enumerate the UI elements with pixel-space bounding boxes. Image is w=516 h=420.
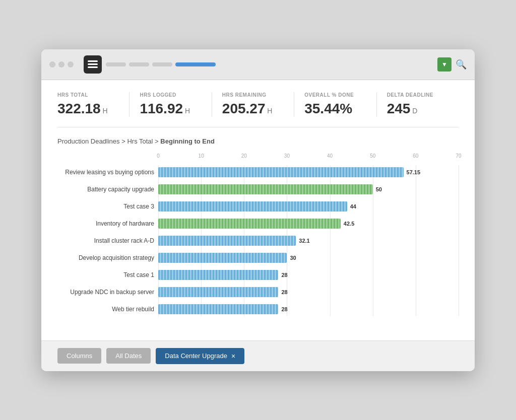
bar-fill-6 — [158, 270, 278, 280]
bar-track-3: 42.5 — [158, 217, 459, 231]
bar-track-2: 44 — [158, 199, 459, 214]
bar-row: Test case 344 — [158, 199, 459, 214]
svg-rect-1 — [88, 63, 98, 65]
bar-row: Test case 128 — [158, 268, 459, 282]
nav-pill-active — [175, 62, 216, 66]
bar-fill-5 — [158, 253, 287, 263]
nav-actions: ▼ 🔍 — [437, 57, 467, 72]
stat-value-1: 116.92 H — [140, 101, 201, 117]
grid-line-70 — [459, 165, 459, 316]
bar-label-1: Battery capacity upgrade — [58, 186, 154, 193]
bar-label-7: Upgrade NDC in backup server — [58, 289, 154, 296]
bar-fill-2 — [158, 201, 347, 212]
bars-container: Review leasing vs buying options57.15Bat… — [158, 165, 459, 316]
stats-row: HRS TOTAL 322.18 H HRS LOGGED 116.92 H H… — [57, 92, 459, 127]
close-light — [49, 61, 55, 67]
stat-unit-0: H — [101, 107, 108, 115]
filter-label: Data Center Upgrade — [165, 352, 227, 360]
x-tick-0: 0 — [157, 153, 160, 159]
nav-pills — [106, 62, 433, 66]
filter-close-icon[interactable]: × — [231, 352, 235, 360]
bar-value-8: 28 — [281, 306, 287, 312]
x-tick-50: 50 — [370, 153, 375, 159]
breadcrumb: Production Deadlines > Hrs Total > Begin… — [57, 137, 459, 145]
bar-track-1: 50 — [158, 182, 459, 196]
bar-track-4: 32.1 — [158, 234, 459, 248]
stat-value-2: 205.27 H — [222, 101, 284, 117]
nav-pill-1 — [106, 62, 126, 66]
titlebar: ▼ 🔍 — [41, 49, 475, 80]
x-tick-40: 40 — [327, 153, 333, 159]
bar-label-3: Inventory of hardware — [58, 220, 154, 227]
chart-container: 010203040506070 Review leasing vs buying… — [57, 153, 459, 316]
bar-label-5: Develop acquisition strategy — [58, 254, 154, 261]
bar-row: Upgrade NDC in backup server28 — [158, 285, 459, 299]
stat-label-0: HRS TOTAL — [57, 92, 119, 98]
bar-track-8: 28 — [158, 302, 459, 316]
bar-label-4: Install cluster rack A-D — [58, 237, 154, 244]
bar-fill-7 — [158, 287, 278, 297]
bar-value-1: 50 — [376, 186, 382, 192]
stat-unit-1: H — [183, 107, 190, 115]
search-icon[interactable]: 🔍 — [456, 59, 467, 70]
bar-row: Develop acquisition strategy30 — [158, 251, 459, 265]
bar-track-0: 57.15 — [158, 165, 459, 179]
bar-fill-1 — [158, 184, 373, 194]
x-tick-20: 20 — [241, 153, 247, 159]
breadcrumb-sep1: > — [121, 137, 127, 145]
bar-fill-0 — [158, 167, 404, 177]
stat-unit-2: H — [265, 107, 272, 115]
bar-row: Inventory of hardware42.5 — [158, 217, 459, 231]
bar-value-3: 42.5 — [344, 221, 354, 227]
dropdown-button[interactable]: ▼ — [437, 57, 452, 72]
stat-label-3: OVERALL % DONE — [304, 92, 366, 98]
filter-button[interactable]: Data Center Upgrade × — [156, 348, 244, 364]
bar-label-2: Test case 3 — [58, 203, 154, 210]
all-dates-button[interactable]: All Dates — [106, 348, 151, 364]
maximize-light — [68, 61, 74, 67]
bar-fill-8 — [158, 304, 278, 314]
breadcrumb-part3: Beginning to End — [160, 137, 215, 145]
bar-fill-4 — [158, 236, 296, 246]
footer-toolbar: Columns All Dates Data Center Upgrade × — [41, 340, 475, 371]
stat-value-4: 245 D — [387, 101, 448, 117]
bar-label-8: Web tier rebuild — [58, 306, 154, 313]
bar-value-6: 28 — [281, 272, 287, 278]
columns-button[interactable]: Columns — [57, 348, 101, 364]
bar-label-6: Test case 1 — [58, 271, 154, 278]
svg-rect-0 — [88, 60, 98, 62]
svg-rect-2 — [88, 66, 98, 68]
nav-bar: ▼ 🔍 — [84, 55, 467, 74]
x-axis-labels: 010203040506070 — [158, 153, 459, 163]
bar-track-5: 30 — [158, 251, 459, 265]
bar-row: Review leasing vs buying options57.15 — [158, 165, 459, 179]
stat-item-0: HRS TOTAL 322.18 H — [57, 92, 130, 117]
stat-label-1: HRS LOGGED — [140, 92, 201, 98]
bar-track-7: 28 — [158, 285, 459, 299]
bar-row: Install cluster rack A-D32.1 — [158, 234, 459, 248]
stat-label-4: DELTA DEADLINE — [387, 92, 448, 98]
app-logo — [84, 55, 102, 74]
stat-item-2: HRS REMAINING 205.27 H — [222, 92, 294, 117]
x-tick-30: 30 — [284, 153, 290, 159]
stat-item-3: OVERALL % DONE 35.44% — [304, 92, 376, 117]
bar-label-0: Review leasing vs buying options — [58, 169, 154, 176]
stat-value-3: 35.44% — [304, 101, 366, 117]
bar-value-7: 28 — [281, 289, 287, 295]
nav-pill-2 — [129, 62, 149, 66]
bar-row: Battery capacity upgrade50 — [158, 182, 459, 196]
breadcrumb-part2: Hrs Total — [127, 137, 153, 145]
chart-area: 010203040506070 Review leasing vs buying… — [57, 153, 459, 316]
bar-value-5: 30 — [290, 255, 296, 261]
breadcrumb-sep2: > — [155, 137, 160, 145]
app-window: ▼ 🔍 HRS TOTAL 322.18 H HRS LOGGED 116.92… — [41, 49, 475, 371]
minimize-light — [58, 61, 64, 67]
stat-item-4: DELTA DEADLINE 245 D — [387, 92, 459, 117]
x-tick-60: 60 — [413, 153, 418, 159]
bar-value-2: 44 — [350, 203, 356, 209]
traffic-lights — [49, 61, 74, 67]
main-content: HRS TOTAL 322.18 H HRS LOGGED 116.92 H H… — [41, 80, 475, 340]
bar-track-6: 28 — [158, 268, 459, 282]
bar-row: Web tier rebuild28 — [158, 302, 459, 316]
breadcrumb-part1: Production Deadlines — [57, 137, 120, 145]
